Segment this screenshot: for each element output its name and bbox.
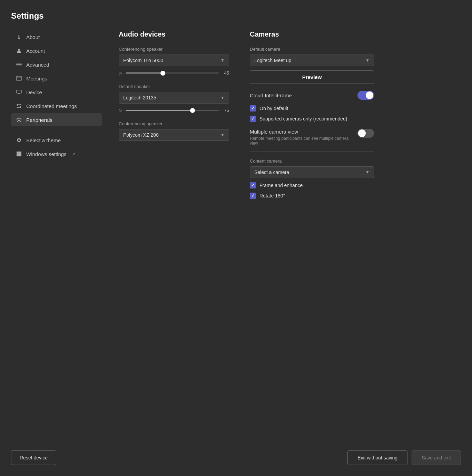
- peripherals-icon: [16, 117, 22, 123]
- advanced-icon: [16, 61, 22, 68]
- cameras-section-title: Cameras: [250, 30, 374, 38]
- sidebar-divider: [11, 130, 102, 130]
- conferencing-speaker-slider[interactable]: [126, 72, 219, 74]
- coordinated-icon: [16, 103, 22, 109]
- svg-rect-13: [19, 152, 22, 154]
- preview-button[interactable]: Preview: [250, 70, 374, 84]
- sidebar-item-device[interactable]: Device: [11, 86, 102, 99]
- conferencing-mic-arrow-icon: ▼: [220, 133, 225, 137]
- conferencing-speaker-value: Polycom Trio 5000: [123, 58, 163, 63]
- multiple-camera-title: Multiple camera view: [250, 129, 352, 135]
- default-camera-value: Logitech Meet up: [254, 58, 291, 63]
- svg-point-0: [18, 49, 20, 51]
- conferencing-speaker-play-button[interactable]: ▷: [119, 70, 122, 76]
- page-title: Settings: [11, 11, 461, 21]
- multiple-camera-row: Multiple camera view Remote meeting part…: [250, 129, 374, 152]
- content-camera-dropdown[interactable]: Select a camera ▼: [250, 166, 374, 178]
- multiple-camera-toggle[interactable]: [357, 129, 374, 138]
- cloud-intelli-toggle[interactable]: [357, 91, 374, 100]
- on-by-default-label: On by default: [259, 106, 288, 111]
- default-speaker-slider[interactable]: [126, 110, 219, 111]
- save-and-exit-button[interactable]: Save and exit: [412, 450, 461, 465]
- exit-without-saving-button[interactable]: Exit without saving: [347, 450, 407, 465]
- rotate-check-icon: ✓: [251, 193, 255, 198]
- cloud-intelli-label: Cloud IntelliFrame: [250, 93, 292, 98]
- sidebar-item-meetings[interactable]: Meetings: [11, 72, 102, 85]
- conferencing-speaker-arrow-icon: ▼: [220, 58, 225, 63]
- conferencing-speaker-dropdown[interactable]: Polycom Trio 5000 ▼: [119, 55, 229, 66]
- svg-rect-14: [17, 154, 19, 157]
- default-camera-arrow-icon: ▼: [365, 58, 370, 63]
- content-camera-value: Select a camera: [254, 169, 289, 175]
- sidebar-item-select-theme[interactable]: Select a theme: [11, 134, 102, 147]
- default-camera-dropdown[interactable]: Logitech Meet up ▼: [250, 55, 374, 66]
- default-speaker-label: Default speaker: [119, 84, 229, 89]
- multiple-camera-desc: Remote meeting participants can see mult…: [250, 136, 352, 146]
- external-link-icon: ↗: [72, 152, 75, 156]
- svg-rect-9: [18, 94, 20, 94]
- audio-section: Audio devices Conferencing speaker Polyc…: [119, 30, 229, 442]
- sidebar-item-coordinated[interactable]: Coordinated meetings: [11, 99, 102, 113]
- svg-rect-8: [17, 90, 21, 93]
- meetings-icon: [16, 75, 22, 81]
- frame-enhance-check-icon: ✓: [251, 183, 255, 188]
- svg-rect-6: [20, 76, 21, 77]
- sidebar-item-peripherals[interactable]: Peripherals: [11, 113, 102, 126]
- sidebar-item-account[interactable]: Account: [11, 44, 102, 57]
- sidebar-item-advanced[interactable]: Advanced: [11, 58, 102, 71]
- bottom-bar: Reset device Exit without saving Save an…: [0, 442, 472, 476]
- info-icon: ℹ: [16, 34, 22, 40]
- audio-section-title: Audio devices: [119, 30, 229, 38]
- svg-point-10: [18, 119, 20, 121]
- sidebar-item-windows[interactable]: Windows settings ↗: [11, 147, 102, 161]
- bottom-actions: Exit without saving Save and exit: [347, 450, 461, 465]
- svg-rect-2: [16, 64, 22, 65]
- default-speaker-dropdown[interactable]: Logitech 20135 ▼: [119, 92, 229, 104]
- rotate-checkbox[interactable]: ✓: [250, 193, 256, 199]
- on-by-default-checkbox[interactable]: ✓: [250, 105, 256, 111]
- on-by-default-row: ✓ On by default: [250, 105, 374, 111]
- svg-rect-12: [17, 152, 19, 154]
- content-camera-label: Content camera: [250, 158, 374, 164]
- supported-cameras-checkbox[interactable]: ✓: [250, 116, 256, 122]
- conferencing-mic-dropdown[interactable]: Polycom XZ 200 ▼: [119, 129, 229, 141]
- default-speaker-volume-row: ▷ 75: [119, 108, 229, 113]
- default-camera-label: Default camera: [250, 47, 374, 52]
- frame-enhance-row: ✓ Frame and enhance: [250, 182, 374, 188]
- theme-icon: [16, 137, 22, 143]
- content-area: Audio devices Conferencing speaker Polyc…: [108, 30, 461, 442]
- frame-enhance-label: Frame and enhance: [259, 183, 303, 188]
- svg-rect-4: [17, 76, 21, 80]
- svg-rect-5: [18, 76, 18, 77]
- multiple-camera-text: Multiple camera view Remote meeting part…: [250, 129, 352, 146]
- sidebar: ℹ About Account: [11, 30, 108, 442]
- conferencing-mic-value: Polycom XZ 200: [123, 132, 159, 138]
- sidebar-item-about[interactable]: ℹ About: [11, 30, 102, 43]
- reset-device-button[interactable]: Reset device: [11, 450, 56, 465]
- svg-rect-3: [16, 66, 22, 67]
- device-icon: [16, 89, 22, 95]
- content-camera-arrow-icon: ▼: [365, 170, 370, 175]
- svg-rect-7: [17, 78, 21, 78]
- svg-rect-1: [16, 63, 22, 64]
- frame-enhance-checkbox[interactable]: ✓: [250, 182, 256, 188]
- on-by-default-check-icon: ✓: [251, 106, 255, 111]
- conferencing-mic-label: Conferencing speaker: [119, 121, 229, 126]
- rotate-label: Rotate 180°: [259, 193, 285, 198]
- supported-cameras-label: Supported cameras only (recommended): [259, 116, 347, 122]
- rotate-row: ✓ Rotate 180°: [250, 193, 374, 199]
- cameras-section: Cameras Default camera Logitech Meet up …: [250, 30, 374, 442]
- default-speaker-play-button[interactable]: ▷: [119, 108, 122, 113]
- account-icon: [16, 48, 22, 54]
- supported-cameras-check-icon: ✓: [251, 116, 255, 121]
- svg-rect-15: [19, 154, 22, 157]
- cloud-intelli-row: Cloud IntelliFrame: [250, 91, 374, 100]
- default-speaker-value: Logitech 20135: [123, 95, 156, 100]
- supported-cameras-row: ✓ Supported cameras only (recommended): [250, 116, 374, 122]
- windows-icon: [16, 151, 22, 157]
- default-speaker-volume-value: 75: [222, 108, 229, 113]
- conferencing-speaker-volume-value: 45: [222, 70, 229, 76]
- conferencing-speaker-volume-row: ▷ 45: [119, 70, 229, 76]
- default-speaker-arrow-icon: ▼: [220, 95, 225, 100]
- content-camera-section: Content camera Select a camera ▼ ✓ Frame…: [250, 158, 374, 199]
